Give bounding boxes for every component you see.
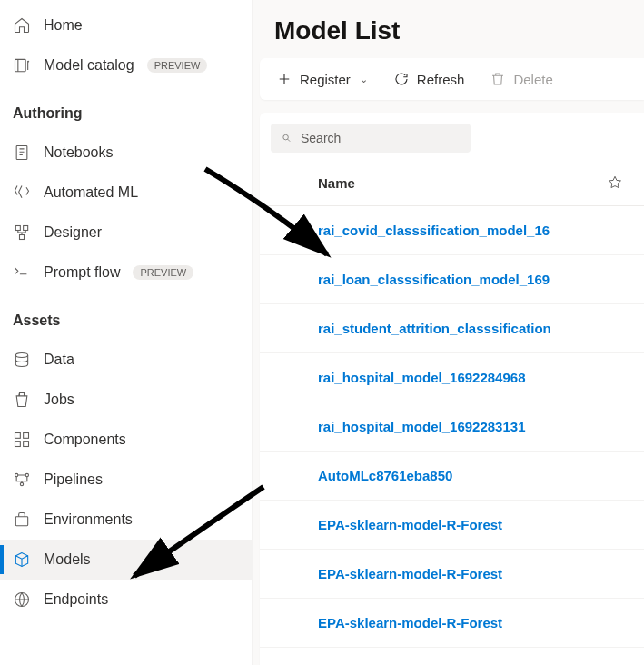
col-header-name[interactable]: Name (318, 175, 599, 191)
model-name-link[interactable]: EPA-sklearn-model-R-Forest (318, 615, 502, 630)
prompt-flow-icon (13, 263, 31, 282)
model-name-link[interactable]: rai_covid_classsification_model_16 (318, 223, 550, 238)
sidebar-item-designer[interactable]: Designer (0, 213, 252, 253)
svg-rect-0 (15, 59, 26, 71)
search-icon (282, 131, 292, 145)
register-button[interactable]: Register ⌄ (276, 71, 368, 87)
sidebar-item-label: Components (44, 432, 126, 448)
table-body: rai_covid_classsification_model_16rai_lo… (260, 206, 644, 665)
preview-badge: PREVIEW (133, 265, 193, 280)
refresh-button[interactable]: Refresh (393, 71, 465, 87)
sidebar-item-label: Data (44, 352, 74, 368)
model-list-panel: Name rai_covid_classsification_model_16r… (260, 113, 644, 665)
sidebar-item-label: Endpoints (44, 591, 108, 608)
sidebar-item-label: Models (44, 551, 91, 568)
svg-rect-8 (15, 442, 21, 447)
svg-rect-7 (24, 433, 29, 439)
model-name-link[interactable]: EPA-sklearn-model-R-Forest (318, 566, 502, 581)
delete-label: Delete (513, 72, 552, 87)
table-header: Name (260, 160, 644, 206)
svg-rect-6 (15, 433, 21, 439)
jobs-icon (13, 391, 31, 409)
sidebar-item-data[interactable]: Data (0, 340, 252, 380)
automl-icon (13, 184, 31, 202)
sidebar-item-label: Environments (44, 511, 133, 528)
main-content: Model List Register ⌄ Refresh Delete (253, 0, 644, 665)
model-name-link[interactable]: rai_student_attrition_classsification (318, 321, 551, 336)
table-row[interactable]: rai_student_attrition_classsification (260, 304, 644, 353)
table-row[interactable]: rai_loan_classsification_model_169 (260, 255, 644, 304)
sidebar-item-automated-ml[interactable]: Automated ML (0, 173, 252, 213)
register-label: Register (300, 72, 351, 87)
sidebar-item-label: Home (44, 17, 83, 34)
sidebar-item-model-catalog[interactable]: Model catalog PREVIEW (0, 45, 252, 85)
chevron-down-icon: ⌄ (360, 74, 368, 85)
svg-rect-9 (24, 442, 29, 447)
model-name-link[interactable]: rai_loan_classsification_model_169 (318, 272, 550, 287)
delete-button: Delete (490, 71, 552, 87)
sidebar-item-label: Prompt flow (44, 264, 120, 281)
svg-point-10 (15, 473, 18, 476)
model-name-link[interactable]: EPA-sklearn-model-R-Forest (318, 517, 502, 532)
sidebar-item-models[interactable]: Models (0, 540, 252, 580)
environments-icon (13, 511, 31, 529)
model-name-link[interactable]: rai_hospital_model_1692284968 (318, 370, 525, 385)
search-box[interactable] (271, 124, 471, 153)
sidebar-item-notebooks[interactable]: Notebooks (0, 133, 252, 173)
notebook-icon (13, 144, 31, 162)
section-header-assets: Assets (0, 293, 252, 340)
sidebar-item-label: Automated ML (44, 184, 138, 201)
sidebar-item-label: Jobs (44, 392, 74, 408)
section-header-authoring: Authoring (0, 85, 252, 133)
sidebar-item-label: Notebooks (44, 144, 114, 161)
preview-badge: PREVIEW (147, 58, 208, 73)
refresh-icon (393, 71, 410, 87)
search-input[interactable] (301, 131, 460, 145)
svg-point-11 (25, 473, 28, 476)
endpoints-icon (13, 591, 31, 609)
table-row[interactable]: EPA-sklearn-model-R-Forest (260, 550, 644, 599)
home-icon (13, 16, 31, 35)
table-row[interactable]: rai_hospital_model_1692284968 (260, 353, 644, 402)
data-icon (13, 351, 31, 369)
svg-point-12 (20, 482, 23, 485)
pipelines-icon (13, 471, 31, 489)
sidebar-item-label: Designer (44, 224, 102, 241)
plus-icon (276, 71, 292, 87)
model-name-link[interactable]: AutoMLc8761eba850 (318, 468, 452, 483)
sidebar-item-home[interactable]: Home (0, 5, 252, 45)
components-icon (13, 431, 31, 449)
sidebar-item-environments[interactable]: Environments (0, 500, 252, 540)
page-title: Model List (253, 0, 644, 58)
refresh-label: Refresh (417, 72, 465, 87)
table-row[interactable]: EPA-sklearn-model-R-Forest (260, 599, 644, 648)
trash-icon (490, 71, 506, 87)
catalog-icon (13, 56, 31, 74)
sidebar: Home Model catalog PREVIEW Authoring Not… (0, 0, 253, 665)
svg-rect-4 (20, 235, 25, 240)
designer-icon (13, 223, 31, 242)
table-row[interactable]: EPA-sklearn-model-R-Forest (260, 501, 644, 550)
svg-point-15 (283, 134, 289, 140)
sidebar-item-prompt-flow[interactable]: Prompt flow PREVIEW (0, 253, 252, 293)
star-icon (607, 174, 623, 191)
model-name-link[interactable]: rai_hospital_model_1692283131 (318, 419, 525, 434)
svg-rect-3 (24, 226, 28, 231)
models-icon (13, 551, 31, 569)
sidebar-item-jobs[interactable]: Jobs (0, 380, 252, 420)
sidebar-item-endpoints[interactable]: Endpoints (0, 580, 252, 620)
col-header-star[interactable] (599, 174, 631, 191)
table-row[interactable]: rai_hospital_model_1692283131 (260, 402, 644, 452)
table-row[interactable]: rai_covid_classsification_model_16 (260, 206, 644, 255)
sidebar-item-pipelines[interactable]: Pipelines (0, 460, 252, 500)
sidebar-item-components[interactable]: Components (0, 420, 252, 460)
sidebar-item-label: Pipelines (44, 471, 103, 488)
svg-rect-2 (15, 226, 20, 231)
svg-point-5 (15, 353, 27, 358)
table-row[interactable]: AutoMLc8761eba850 (260, 452, 644, 501)
svg-rect-1 (16, 146, 27, 160)
svg-rect-13 (15, 517, 27, 526)
sidebar-item-label: Model catalog (44, 57, 134, 74)
command-bar: Register ⌄ Refresh Delete (260, 58, 644, 100)
